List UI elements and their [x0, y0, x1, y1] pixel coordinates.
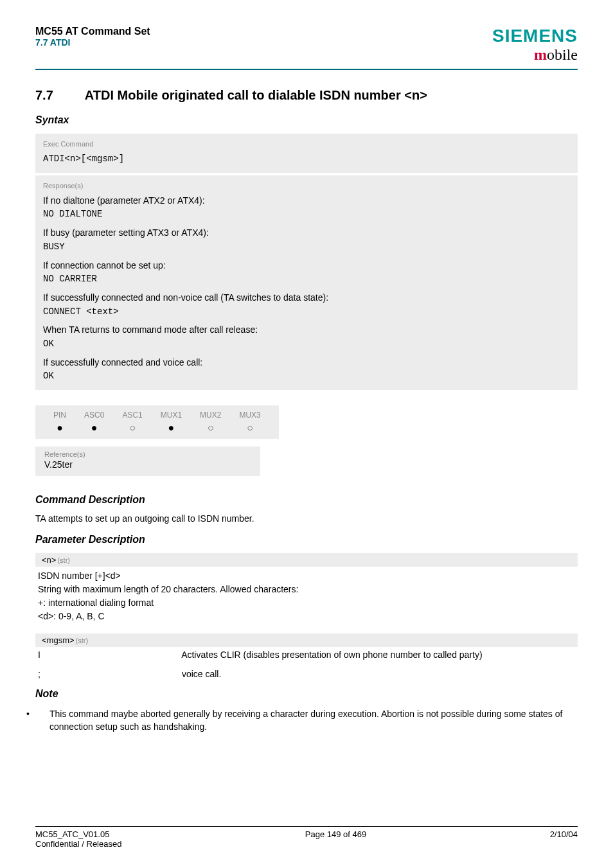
dot-filled-icon [57, 422, 63, 433]
reference-text: V.25ter [44, 459, 251, 470]
response-block: If no dialtone (parameter ATX2 or ATX4):… [43, 194, 570, 222]
param-mgsm-row: I Activates CLIR (disables presentation … [35, 650, 578, 660]
syntax-heading: Syntax [35, 114, 578, 126]
reference-box: Reference(s) V.25ter [35, 447, 260, 476]
command-description-text: TA attempts to set up an outgoing call t… [35, 513, 578, 524]
note-heading: Note [35, 688, 578, 700]
page-header: MC55 AT Command Set 7.7 ATDI SIEMENS mob… [35, 26, 578, 64]
response-block: If busy (parameter setting ATX3 or ATX4)… [43, 226, 570, 254]
footer-center: Page 149 of 469 [305, 829, 366, 849]
page-footer: MC55_ATC_V01.05 Confidential / Released … [35, 826, 578, 849]
dot-empty-icon [208, 422, 214, 433]
indicator-value-row [44, 421, 270, 435]
doc-subtitle: 7.7 ATDI [35, 37, 150, 48]
header-left-block: MC55 AT Command Set 7.7 ATDI [35, 26, 150, 48]
response-block: If connection cannot be set up: NO CARRI… [43, 259, 570, 287]
doc-title: MC55 AT Command Set [35, 26, 150, 37]
param-n-header: <n>(str) [35, 553, 578, 567]
parameter-description-heading: Parameter Description [35, 534, 578, 545]
exec-command-line: ATDI<n>[<mgsm>] [43, 152, 570, 166]
response-block: If successfully connected and non-voice … [43, 291, 570, 319]
note-item: This command maybe aborted generally by … [49, 707, 578, 734]
section-title: ATDI Mobile originated call to dialable … [85, 88, 427, 102]
response-block: When TA returns to command mode after ca… [43, 323, 570, 351]
dot-filled-icon [91, 422, 98, 433]
exec-command-box: Exec Command ATDI<n>[<mgsm>] [35, 134, 578, 173]
section-heading: 7.7 ATDI Mobile originated call to diala… [35, 88, 578, 103]
header-rule [35, 69, 578, 70]
brand-logo: SIEMENS mobile [492, 26, 578, 64]
note-list: This command maybe aborted generally by … [35, 707, 578, 734]
dot-empty-icon [129, 422, 136, 433]
param-mgsm-row: ; voice call. [35, 669, 578, 679]
mobile-wordmark: mobile [492, 46, 578, 64]
indicator-table: PIN ASC0 ASC1 MUX1 MUX2 MUX3 [35, 405, 279, 439]
footer-left: MC55_ATC_V01.05 Confidential / Released [35, 829, 121, 849]
dot-filled-icon [168, 422, 175, 433]
footer-right: 2/10/04 [550, 829, 578, 849]
response-block: If successfully connected and voice call… [43, 356, 570, 384]
response-box: Response(s) If no dialtone (parameter AT… [35, 175, 578, 390]
response-label: Response(s) [43, 181, 570, 191]
param-n-description: ISDN number [+]<d> String with maximum l… [35, 569, 578, 623]
siemens-wordmark: SIEMENS [492, 26, 578, 46]
param-mgsm-header: <mgsm>(str) [35, 633, 578, 647]
exec-label: Exec Command [43, 139, 570, 150]
reference-label: Reference(s) [44, 450, 251, 458]
dot-empty-icon [247, 422, 253, 433]
section-number: 7.7 [35, 88, 82, 103]
command-description-heading: Command Description [35, 494, 578, 506]
indicator-header-row: PIN ASC0 ASC1 MUX1 MUX2 MUX3 [44, 409, 270, 421]
